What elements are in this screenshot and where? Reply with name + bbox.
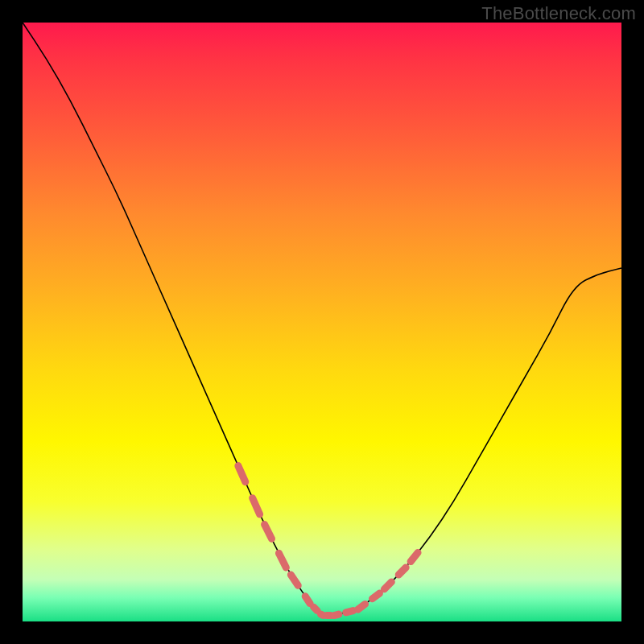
main-curve: [23, 23, 621, 616]
watermark-label: TheBottleneck.com: [481, 3, 636, 24]
chart-svg: [23, 23, 621, 621]
plot-area: [23, 23, 621, 621]
highlighted-segment: [238, 466, 418, 616]
